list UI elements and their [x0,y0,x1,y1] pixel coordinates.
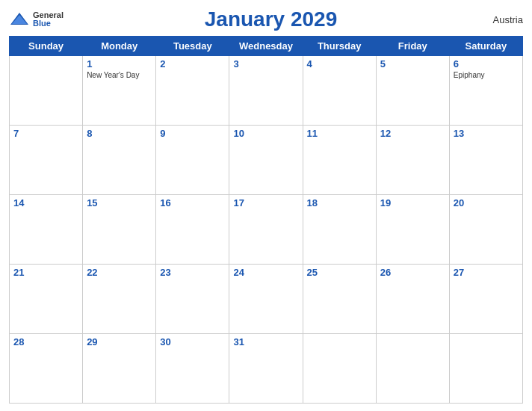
col-tuesday: Tuesday [156,37,229,56]
day-number: 13 [454,128,519,139]
col-monday: Monday [83,37,156,56]
day-number: 8 [87,128,152,139]
day-number: 10 [233,128,298,139]
day-number: 27 [454,267,519,278]
calendar-cell: 6Epiphany [449,56,522,126]
calendar-cell: 17 [229,195,303,265]
day-number: 25 [307,267,372,278]
day-number: 22 [87,267,152,278]
calendar-cell: 30 [156,334,229,404]
day-number: 31 [233,336,298,347]
calendar-cell: 31 [229,334,303,404]
logo-blue: Blue [33,19,64,28]
day-number: 7 [13,128,78,139]
day-number: 3 [233,58,298,69]
week-row-1: 1New Year's Day23456Epiphany [10,56,523,126]
day-number: 21 [13,267,78,278]
day-number: 5 [380,58,445,69]
day-number: 24 [233,267,298,278]
calendar-cell: 11 [303,126,376,195]
col-wednesday: Wednesday [229,37,303,56]
calendar-table: Sunday Monday Tuesday Wednesday Thursday… [9,36,523,404]
day-number: 19 [380,197,445,208]
logo-text: General Blue [33,11,64,28]
calendar-cell: 24 [229,265,303,334]
calendar-cell: 23 [156,265,229,334]
calendar-cell: 1New Year's Day [83,56,156,126]
calendar-cell: 14 [10,195,83,265]
calendar-cell: 25 [303,265,376,334]
week-row-3: 14151617181920 [10,195,523,265]
col-friday: Friday [376,37,449,56]
col-thursday: Thursday [303,37,376,56]
logo: General Blue [9,11,64,28]
calendar-cell: 20 [449,195,522,265]
calendar-cell: 4 [303,56,376,126]
calendar-cell: 3 [229,56,303,126]
day-number: 28 [13,336,78,347]
calendar-page: General Blue January 2029 Austria Sunday… [0,0,532,411]
week-row-2: 78910111213 [10,126,523,195]
calendar-cell: 10 [229,126,303,195]
calendar-cell: 12 [376,126,449,195]
calendar-cell: 29 [83,334,156,404]
calendar-cell [303,334,376,404]
week-row-5: 28293031 [10,334,523,404]
day-number: 14 [13,197,78,208]
calendar-cell: 9 [156,126,229,195]
calendar-cell: 26 [376,265,449,334]
day-number: 12 [380,128,445,139]
day-number: 23 [160,267,225,278]
calendar-cell: 2 [156,56,229,126]
day-number: 16 [160,197,225,208]
calendar-cell: 22 [83,265,156,334]
title-block: January 2029 [64,7,478,31]
calendar-cell: 13 [449,126,522,195]
calendar-cell: 5 [376,56,449,126]
day-number: 15 [87,197,152,208]
calendar-cell [376,334,449,404]
day-number: 6 [454,58,519,69]
col-saturday: Saturday [449,37,522,56]
day-number: 18 [307,197,372,208]
calendar-cell [10,56,83,126]
calendar-cell [449,334,522,404]
header: General Blue January 2029 Austria [9,7,523,31]
day-number: 29 [87,336,152,347]
day-number: 9 [160,128,225,139]
calendar-cell: 21 [10,265,83,334]
calendar-body: 1New Year's Day23456Epiphany789101112131… [10,56,523,404]
holiday-name: Epiphany [454,71,519,79]
day-number: 26 [380,267,445,278]
day-number: 1 [87,58,152,69]
calendar-cell: 28 [10,334,83,404]
calendar-cell: 15 [83,195,156,265]
day-number: 20 [454,197,519,208]
calendar-title: January 2029 [205,7,337,31]
svg-marker-1 [12,15,27,24]
calendar-cell: 27 [449,265,522,334]
calendar-cell: 18 [303,195,376,265]
country-label: Austria [478,14,523,25]
col-sunday: Sunday [10,37,83,56]
day-header-row: Sunday Monday Tuesday Wednesday Thursday… [10,37,523,56]
day-number: 30 [160,336,225,347]
day-number: 4 [307,58,372,69]
day-number: 2 [160,58,225,69]
day-number: 17 [233,197,298,208]
day-number: 11 [307,128,372,139]
week-row-4: 21222324252627 [10,265,523,334]
holiday-name: New Year's Day [87,71,152,79]
calendar-cell: 8 [83,126,156,195]
calendar-cell: 16 [156,195,229,265]
calendar-cell: 19 [376,195,449,265]
calendar-cell: 7 [10,126,83,195]
logo-bird-icon [9,11,30,28]
